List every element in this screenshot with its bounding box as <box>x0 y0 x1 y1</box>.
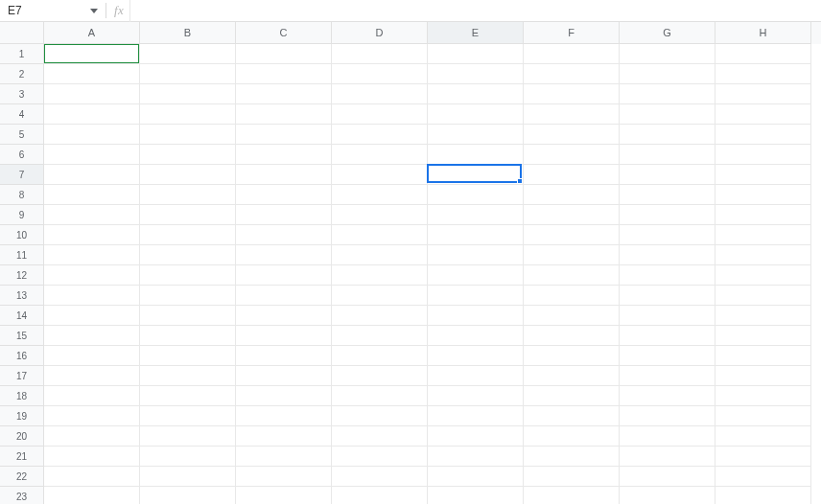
cell-A16[interactable] <box>44 346 140 366</box>
row-header-6[interactable]: 6 <box>0 145 44 165</box>
cell-H6[interactable] <box>715 145 811 165</box>
cell-B13[interactable] <box>140 286 236 306</box>
cell-G16[interactable] <box>620 346 715 366</box>
cell-C11[interactable] <box>236 245 332 265</box>
cell-C13[interactable] <box>236 286 332 306</box>
cell-E21[interactable] <box>428 447 524 467</box>
cell-F10[interactable] <box>524 225 620 245</box>
row-header-18[interactable]: 18 <box>0 386 44 406</box>
cell-G19[interactable] <box>620 406 715 426</box>
cell-H16[interactable] <box>715 346 811 366</box>
cell-D3[interactable] <box>332 84 428 104</box>
cell-C3[interactable] <box>236 84 332 104</box>
cell-D22[interactable] <box>332 467 428 487</box>
cell-C8[interactable] <box>236 185 332 205</box>
fill-handle[interactable] <box>517 178 523 184</box>
cell-D14[interactable] <box>332 306 428 326</box>
cell-F4[interactable] <box>524 104 620 125</box>
cell-G22[interactable] <box>620 467 715 487</box>
cell-H17[interactable] <box>715 366 811 386</box>
cell-E22[interactable] <box>428 467 524 487</box>
cell-B23[interactable] <box>140 487 236 504</box>
cell-D23[interactable] <box>332 487 428 504</box>
cell-C4[interactable] <box>236 104 332 125</box>
cell-B7[interactable] <box>140 165 236 185</box>
cell-C22[interactable] <box>236 467 332 487</box>
row-header-7[interactable]: 7 <box>0 165 44 185</box>
cell-G3[interactable] <box>620 84 715 104</box>
cell-E5[interactable] <box>428 125 524 145</box>
cell-D9[interactable] <box>332 205 428 225</box>
column-header-H[interactable]: H <box>715 22 811 44</box>
cell-F2[interactable] <box>524 64 620 84</box>
cell-B18[interactable] <box>140 386 236 406</box>
cell-B14[interactable] <box>140 306 236 326</box>
cell-G1[interactable] <box>620 44 715 64</box>
cell-F20[interactable] <box>524 426 620 447</box>
cell-C16[interactable] <box>236 346 332 366</box>
cell-C2[interactable] <box>236 64 332 84</box>
cell-G4[interactable] <box>620 104 715 125</box>
cell-B1[interactable] <box>140 44 236 64</box>
cell-H23[interactable] <box>715 487 811 504</box>
column-header-G[interactable]: G <box>620 22 715 44</box>
cell-G7[interactable] <box>620 165 715 185</box>
cell-C1[interactable] <box>236 44 332 64</box>
cell-E16[interactable] <box>428 346 524 366</box>
cell-E3[interactable] <box>428 84 524 104</box>
cell-B10[interactable] <box>140 225 236 245</box>
cell-H3[interactable] <box>715 84 811 104</box>
cell-C15[interactable] <box>236 326 332 346</box>
cell-F17[interactable] <box>524 366 620 386</box>
row-header-10[interactable]: 10 <box>0 225 44 245</box>
cell-D2[interactable] <box>332 64 428 84</box>
column-header-D[interactable]: D <box>332 22 428 44</box>
cell-E11[interactable] <box>428 245 524 265</box>
cell-B5[interactable] <box>140 125 236 145</box>
row-header-3[interactable]: 3 <box>0 84 44 104</box>
cell-F13[interactable] <box>524 286 620 306</box>
row-header-20[interactable]: 20 <box>0 426 44 447</box>
cell-E2[interactable] <box>428 64 524 84</box>
cell-A10[interactable] <box>44 225 140 245</box>
row-header-22[interactable]: 22 <box>0 467 44 487</box>
cell-H20[interactable] <box>715 426 811 447</box>
cell-E20[interactable] <box>428 426 524 447</box>
cell-G10[interactable] <box>620 225 715 245</box>
row-header-15[interactable]: 15 <box>0 326 44 346</box>
cell-B12[interactable] <box>140 265 236 286</box>
cell-D7[interactable] <box>332 165 428 185</box>
row-header-8[interactable]: 8 <box>0 185 44 205</box>
cell-B9[interactable] <box>140 205 236 225</box>
row-header-23[interactable]: 23 <box>0 487 44 504</box>
cell-G5[interactable] <box>620 125 715 145</box>
cell-A1[interactable] <box>44 44 140 64</box>
cell-B20[interactable] <box>140 426 236 447</box>
cell-H5[interactable] <box>715 125 811 145</box>
column-header-E[interactable]: E <box>428 22 524 44</box>
cell-G21[interactable] <box>620 447 715 467</box>
cell-A18[interactable] <box>44 386 140 406</box>
row-header-12[interactable]: 12 <box>0 265 44 286</box>
cell-E18[interactable] <box>428 386 524 406</box>
cell-C20[interactable] <box>236 426 332 447</box>
cell-E19[interactable] <box>428 406 524 426</box>
cell-D21[interactable] <box>332 447 428 467</box>
row-header-21[interactable]: 21 <box>0 447 44 467</box>
cell-F6[interactable] <box>524 145 620 165</box>
cell-D19[interactable] <box>332 406 428 426</box>
cell-H9[interactable] <box>715 205 811 225</box>
cell-H1[interactable] <box>715 44 811 64</box>
cell-E17[interactable] <box>428 366 524 386</box>
cell-H19[interactable] <box>715 406 811 426</box>
cell-A19[interactable] <box>44 406 140 426</box>
cell-B3[interactable] <box>140 84 236 104</box>
column-header-F[interactable]: F <box>524 22 620 44</box>
cell-F5[interactable] <box>524 125 620 145</box>
row-header-11[interactable]: 11 <box>0 245 44 265</box>
cell-H8[interactable] <box>715 185 811 205</box>
cell-D20[interactable] <box>332 426 428 447</box>
cell-H15[interactable] <box>715 326 811 346</box>
cell-G13[interactable] <box>620 286 715 306</box>
cell-A20[interactable] <box>44 426 140 447</box>
